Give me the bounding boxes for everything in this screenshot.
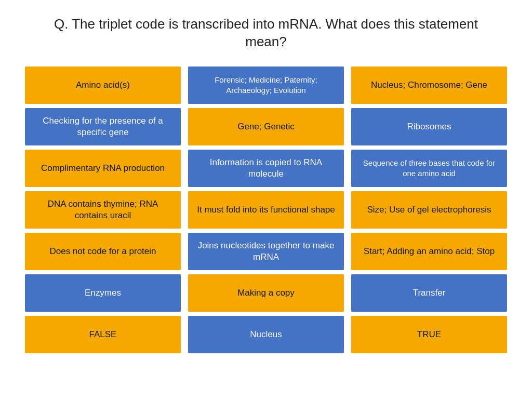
page-title: Q. The triplet code is transcribed into … <box>53 16 479 51</box>
cell-col2-row2: Gene; Genetic <box>188 108 344 145</box>
cell-col1-row3: Complimentary RNA production <box>25 150 181 187</box>
cell-col1-row1: Amino acid(s) <box>25 66 181 104</box>
main-grid: Amino acid(s)Checking for the presence o… <box>0 66 532 353</box>
cell-col3-row3: Sequence of three bases that code for on… <box>351 150 507 187</box>
cell-col3-row5: Start; Adding an amino acid; Stop <box>351 233 507 270</box>
cell-col1-row7: FALSE <box>25 316 181 353</box>
cell-col1-row4: DNA contains thymine; RNA contains uraci… <box>25 191 181 229</box>
cell-col1-row6: Enzymes <box>25 274 181 312</box>
cell-col3-row2: Ribosomes <box>351 108 507 145</box>
cell-col2-row3: Information is copied to RNA molecule <box>188 150 344 187</box>
cell-col1-row5: Does not code for a protein <box>25 233 181 270</box>
cell-col3-row6: Transfer <box>351 274 507 312</box>
cell-col1-row2: Checking for the presence of a specific … <box>25 108 181 145</box>
cell-col2-row4: It must fold into its functional shape <box>188 191 344 229</box>
cell-col2-row7: Nucleus <box>188 316 344 353</box>
cell-col2-row1: Forensic; Medicine; Paternity; Archaeolo… <box>188 66 344 104</box>
cell-col3-row7: TRUE <box>351 316 507 353</box>
column-3: Nucleus; Chromosome; GeneRibosomesSequen… <box>351 66 507 353</box>
cell-col2-row6: Making a copy <box>188 274 344 312</box>
cell-col3-row4: Size; Use of gel electrophoresis <box>351 191 507 229</box>
column-2: Forensic; Medicine; Paternity; Archaeolo… <box>188 66 344 353</box>
cell-col2-row5: Joins nucleotides together to make mRNA <box>188 233 344 270</box>
cell-col3-row1: Nucleus; Chromosome; Gene <box>351 66 507 104</box>
column-1: Amino acid(s)Checking for the presence o… <box>25 66 181 353</box>
